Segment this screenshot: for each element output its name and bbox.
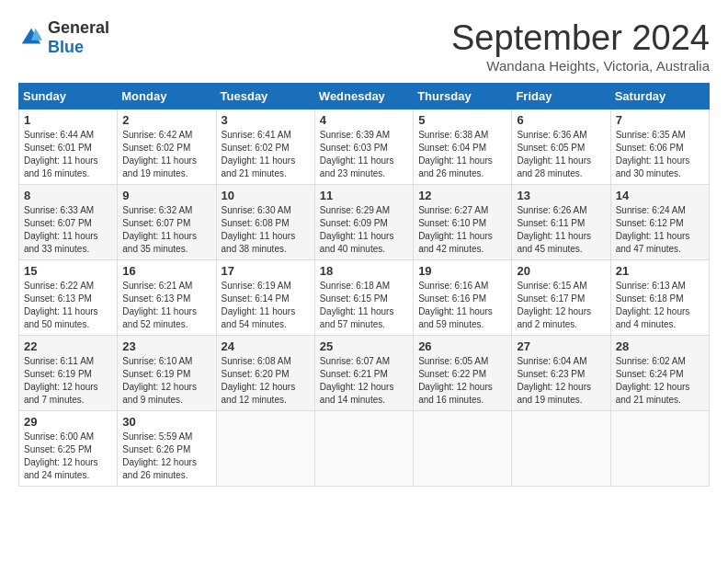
- calendar-day-cell: [216, 411, 314, 487]
- day-number: 15: [24, 264, 112, 278]
- day-info: Sunrise: 6:30 AM Sunset: 6:08 PM Dayligh…: [222, 204, 310, 256]
- day-number: 7: [616, 113, 704, 127]
- day-number: 14: [616, 189, 704, 202]
- calendar-day-cell: 19 Sunrise: 6:16 AM Sunset: 6:16 PM Dayl…: [414, 260, 512, 336]
- calendar-day-cell: 17 Sunrise: 6:19 AM Sunset: 6:14 PM Dayl…: [216, 260, 314, 336]
- day-number: 2: [122, 113, 210, 127]
- calendar-day-cell: 28 Sunrise: 6:02 AM Sunset: 6:24 PM Dayl…: [610, 336, 709, 411]
- calendar-day-cell: 24 Sunrise: 6:08 AM Sunset: 6:20 PM Dayl…: [216, 336, 314, 411]
- day-info: Sunrise: 6:41 AM Sunset: 6:02 PM Dayligh…: [222, 129, 310, 180]
- day-info: Sunrise: 6:35 AM Sunset: 6:06 PM Dayligh…: [616, 129, 704, 180]
- day-number: 28: [616, 339, 704, 353]
- day-info: Sunrise: 6:08 AM Sunset: 6:20 PM Dayligh…: [222, 355, 310, 407]
- calendar-day-cell: [414, 411, 512, 487]
- logo-combined: General Blue: [18, 18, 109, 57]
- day-number: 1: [24, 113, 112, 127]
- day-info: Sunrise: 6:33 AM Sunset: 6:07 PM Dayligh…: [24, 204, 112, 256]
- calendar-day-cell: 26 Sunrise: 6:05 AM Sunset: 6:22 PM Dayl…: [414, 336, 512, 411]
- calendar-day-cell: 11 Sunrise: 6:29 AM Sunset: 6:09 PM Dayl…: [314, 185, 413, 260]
- day-info: Sunrise: 6:10 AM Sunset: 6:19 PM Dayligh…: [122, 355, 210, 407]
- month-title: September 2024: [451, 18, 710, 58]
- day-number: 18: [320, 264, 408, 278]
- day-info: Sunrise: 6:15 AM Sunset: 6:17 PM Dayligh…: [517, 280, 605, 331]
- day-info: Sunrise: 6:36 AM Sunset: 6:05 PM Dayligh…: [517, 129, 605, 180]
- calendar-day-cell: 2 Sunrise: 6:42 AM Sunset: 6:02 PM Dayli…: [118, 109, 216, 185]
- calendar-week-row: 15 Sunrise: 6:22 AM Sunset: 6:13 PM Dayl…: [19, 260, 710, 336]
- day-number: 20: [517, 264, 605, 278]
- calendar-week-row: 29 Sunrise: 6:00 AM Sunset: 6:25 PM Dayl…: [19, 411, 710, 487]
- calendar-day-header: Monday: [118, 84, 216, 109]
- calendar-day-cell: 7 Sunrise: 6:35 AM Sunset: 6:06 PM Dayli…: [610, 109, 709, 185]
- logo-general-text: General: [48, 18, 109, 37]
- day-info: Sunrise: 6:21 AM Sunset: 6:13 PM Dayligh…: [122, 280, 210, 331]
- day-info: Sunrise: 6:18 AM Sunset: 6:15 PM Dayligh…: [320, 280, 408, 331]
- calendar-week-row: 1 Sunrise: 6:44 AM Sunset: 6:01 PM Dayli…: [19, 109, 710, 185]
- day-info: Sunrise: 6:29 AM Sunset: 6:09 PM Dayligh…: [320, 204, 408, 256]
- calendar-day-cell: 30 Sunrise: 5:59 AM Sunset: 6:26 PM Dayl…: [118, 411, 216, 487]
- day-info: Sunrise: 6:04 AM Sunset: 6:23 PM Dayligh…: [517, 355, 605, 407]
- calendar-day-cell: 29 Sunrise: 6:00 AM Sunset: 6:25 PM Dayl…: [19, 411, 118, 487]
- calendar-day-cell: 22 Sunrise: 6:11 AM Sunset: 6:19 PM Dayl…: [19, 336, 118, 411]
- day-number: 11: [320, 189, 408, 202]
- day-number: 3: [222, 113, 310, 127]
- day-info: Sunrise: 6:02 AM Sunset: 6:24 PM Dayligh…: [616, 355, 704, 407]
- day-number: 16: [122, 264, 210, 278]
- day-info: Sunrise: 6:44 AM Sunset: 6:01 PM Dayligh…: [24, 129, 112, 180]
- logo-icon: [18, 25, 44, 51]
- day-number: 30: [122, 415, 210, 429]
- title-block: September 2024 Wandana Heights, Victoria…: [451, 18, 710, 74]
- day-number: 6: [517, 113, 605, 127]
- location-subtitle: Wandana Heights, Victoria, Australia: [451, 58, 710, 74]
- calendar-week-row: 8 Sunrise: 6:33 AM Sunset: 6:07 PM Dayli…: [19, 185, 710, 260]
- logo: General Blue: [18, 18, 109, 57]
- calendar-day-cell: 14 Sunrise: 6:24 AM Sunset: 6:12 PM Dayl…: [610, 185, 709, 260]
- day-number: 5: [418, 113, 506, 127]
- calendar-day-cell: [610, 411, 709, 487]
- calendar-day-cell: 8 Sunrise: 6:33 AM Sunset: 6:07 PM Dayli…: [19, 185, 118, 260]
- day-number: 22: [24, 339, 112, 353]
- calendar-day-cell: 25 Sunrise: 6:07 AM Sunset: 6:21 PM Dayl…: [314, 336, 413, 411]
- day-number: 25: [320, 339, 408, 353]
- calendar-day-cell: 12 Sunrise: 6:27 AM Sunset: 6:10 PM Dayl…: [414, 185, 512, 260]
- day-info: Sunrise: 5:59 AM Sunset: 6:26 PM Dayligh…: [122, 431, 210, 482]
- calendar-day-cell: 9 Sunrise: 6:32 AM Sunset: 6:07 PM Dayli…: [118, 185, 216, 260]
- day-info: Sunrise: 6:39 AM Sunset: 6:03 PM Dayligh…: [320, 129, 408, 180]
- calendar-day-cell: 13 Sunrise: 6:26 AM Sunset: 6:11 PM Dayl…: [512, 185, 610, 260]
- day-info: Sunrise: 6:38 AM Sunset: 6:04 PM Dayligh…: [418, 129, 506, 180]
- calendar-header-row: SundayMondayTuesdayWednesdayThursdayFrid…: [19, 84, 710, 109]
- calendar-day-cell: 6 Sunrise: 6:36 AM Sunset: 6:05 PM Dayli…: [512, 109, 610, 185]
- day-info: Sunrise: 6:32 AM Sunset: 6:07 PM Dayligh…: [122, 204, 210, 256]
- day-number: 19: [418, 264, 506, 278]
- calendar-day-cell: 3 Sunrise: 6:41 AM Sunset: 6:02 PM Dayli…: [216, 109, 314, 185]
- calendar-day-cell: [512, 411, 610, 487]
- calendar-day-cell: 4 Sunrise: 6:39 AM Sunset: 6:03 PM Dayli…: [314, 109, 413, 185]
- day-info: Sunrise: 6:16 AM Sunset: 6:16 PM Dayligh…: [418, 280, 506, 331]
- day-number: 8: [24, 189, 112, 202]
- page-header: General Blue September 2024 Wandana Heig…: [18, 18, 710, 74]
- day-info: Sunrise: 6:05 AM Sunset: 6:22 PM Dayligh…: [418, 355, 506, 407]
- calendar-day-cell: 18 Sunrise: 6:18 AM Sunset: 6:15 PM Dayl…: [314, 260, 413, 336]
- day-number: 23: [122, 339, 210, 353]
- day-number: 10: [222, 189, 310, 202]
- calendar-day-cell: 5 Sunrise: 6:38 AM Sunset: 6:04 PM Dayli…: [414, 109, 512, 185]
- calendar-day-cell: 1 Sunrise: 6:44 AM Sunset: 6:01 PM Dayli…: [19, 109, 118, 185]
- calendar-day-cell: 20 Sunrise: 6:15 AM Sunset: 6:17 PM Dayl…: [512, 260, 610, 336]
- calendar-day-cell: [314, 411, 413, 487]
- calendar-table: SundayMondayTuesdayWednesdayThursdayFrid…: [18, 83, 710, 487]
- day-info: Sunrise: 6:13 AM Sunset: 6:18 PM Dayligh…: [616, 280, 704, 331]
- day-number: 26: [418, 339, 506, 353]
- calendar-day-cell: 15 Sunrise: 6:22 AM Sunset: 6:13 PM Dayl…: [19, 260, 118, 336]
- day-info: Sunrise: 6:07 AM Sunset: 6:21 PM Dayligh…: [320, 355, 408, 407]
- calendar-day-cell: 23 Sunrise: 6:10 AM Sunset: 6:19 PM Dayl…: [118, 336, 216, 411]
- day-info: Sunrise: 6:27 AM Sunset: 6:10 PM Dayligh…: [418, 204, 506, 256]
- logo-blue-text: Blue: [48, 38, 84, 56]
- day-number: 29: [24, 415, 112, 429]
- day-number: 13: [517, 189, 605, 202]
- day-info: Sunrise: 6:24 AM Sunset: 6:12 PM Dayligh…: [616, 204, 704, 256]
- day-info: Sunrise: 6:19 AM Sunset: 6:14 PM Dayligh…: [222, 280, 310, 331]
- calendar-day-header: Sunday: [19, 84, 118, 109]
- calendar-day-header: Thursday: [414, 84, 512, 109]
- calendar-day-cell: 16 Sunrise: 6:21 AM Sunset: 6:13 PM Dayl…: [118, 260, 216, 336]
- day-number: 9: [122, 189, 210, 202]
- day-number: 21: [616, 264, 704, 278]
